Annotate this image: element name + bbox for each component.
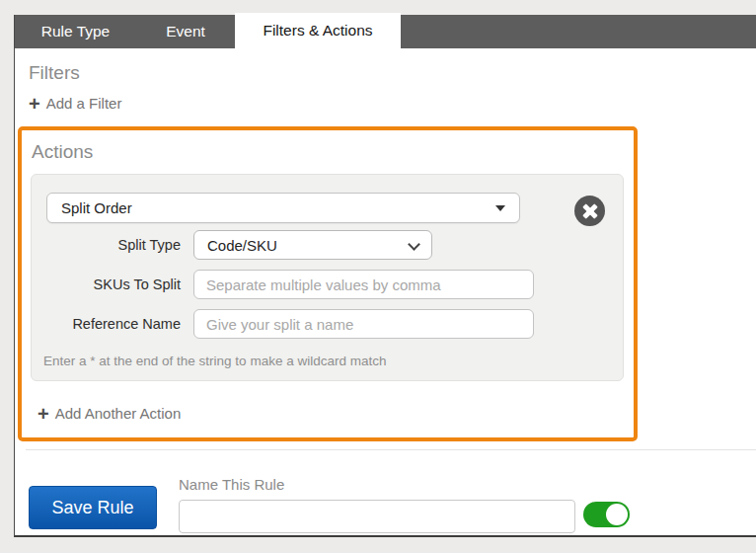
chevron-down-icon (408, 238, 420, 251)
action-type-select[interactable]: Split Order (46, 193, 520, 223)
actions-heading: Actions (32, 141, 634, 163)
tab-bar: Rule Type Event Filters & Actions (15, 15, 756, 48)
name-rule-group: Name This Rule (179, 476, 575, 533)
action-card: Split Order Split Type Code/SKU SKUs To … (31, 174, 624, 381)
split-type-label: Split Type (46, 237, 181, 253)
skus-to-split-input[interactable] (193, 270, 534, 299)
reference-name-label: Reference Name (46, 316, 181, 332)
add-filter-label: Add a Filter (46, 95, 122, 112)
plus-icon: + (38, 407, 49, 421)
split-type-value: Code/SKU (207, 237, 277, 254)
reference-name-row: Reference Name (46, 309, 623, 339)
reference-name-input[interactable] (193, 309, 534, 339)
split-type-row: Split Type Code/SKU (46, 230, 623, 260)
footer: Save Rule Name This Rule (15, 450, 756, 533)
remove-action-button[interactable] (574, 196, 605, 226)
caret-down-icon (495, 205, 505, 211)
add-another-action-label: Add Another Action (55, 405, 182, 422)
filters-heading: Filters (29, 62, 756, 84)
tab-event[interactable]: Event (136, 15, 235, 48)
actions-section: Actions Split Order Split Type Code/SKU … (18, 126, 638, 441)
wildcard-hint-text: Enter a * at the end of the string to ma… (43, 354, 623, 368)
rule-editor-panel: Rule Type Event Filters & Actions Filter… (14, 15, 756, 537)
rule-name-input[interactable] (179, 500, 575, 533)
save-rule-button[interactable]: Save Rule (29, 486, 157, 529)
skus-row: SKUs To Split (46, 270, 623, 299)
skus-to-split-label: SKUs To Split (46, 276, 181, 292)
split-type-select[interactable]: Code/SKU (193, 230, 432, 260)
plus-icon: + (29, 97, 40, 111)
close-icon (574, 196, 605, 226)
tab-rule-type[interactable]: Rule Type (15, 15, 136, 48)
add-another-action-button[interactable]: + Add Another Action (38, 405, 181, 422)
name-this-rule-label: Name This Rule (179, 476, 575, 493)
tab-filters-and-actions[interactable]: Filters & Actions (235, 13, 401, 48)
toggle-knob (606, 504, 628, 525)
rule-enabled-toggle[interactable] (583, 502, 630, 527)
add-filter-button[interactable]: + Add a Filter (29, 95, 121, 112)
action-type-value: Split Order (61, 199, 132, 216)
